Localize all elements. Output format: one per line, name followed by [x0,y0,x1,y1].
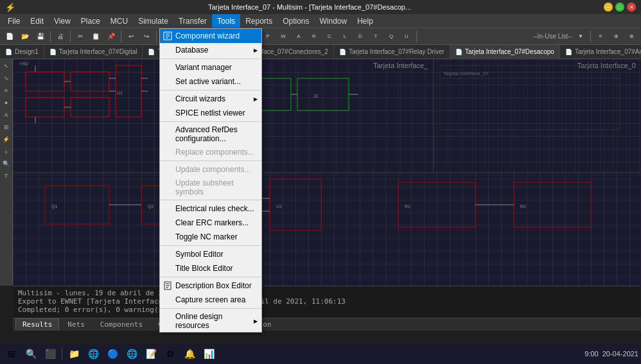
menu-replace-components: Replace components... [160,145,261,159]
menu-capture-screen[interactable]: Capture screen area [160,293,261,307]
wizard-icon [162,31,173,41]
menu-database[interactable]: Database ▶ [160,43,261,57]
menu-advanced-refdes[interactable]: Advanced RefDes configuration... [160,123,261,145]
menu-online-design[interactable]: Online design resources ▶ [160,310,261,332]
separator-3 [160,121,261,122]
menu-update-components: Update components... [160,162,261,177]
menu-symbol-editor[interactable]: Symbol Editor [160,247,261,261]
menu-variant-manager[interactable]: Variant manager [160,60,261,74]
menu-set-active-variant[interactable]: Set active variant... [160,74,261,89]
separator-7 [160,277,261,277]
separator-4 [160,160,261,161]
tools-menu: Component wizard Database ▶ Variant mana… [159,28,262,333]
separator-2 [160,90,261,91]
separator-5 [160,200,261,200]
separator-8 [160,308,261,309]
menu-title-block-editor[interactable]: Title Block Editor [160,261,261,275]
menu-toggle-nc[interactable]: Toggle NC marker [160,230,261,244]
separator-6 [160,245,261,246]
menu-spice-netlist[interactable]: SPICE netlist viewer [160,106,261,120]
menu-update-subsheet: Update subsheet symbols [160,177,261,198]
menu-circuit-wizards[interactable]: Circuit wizards ▶ [160,92,261,106]
desc-icon [162,281,173,291]
submenu-arrow-database: ▶ [254,48,258,53]
menu-description-box-editor[interactable]: Description Box Editor [160,279,261,293]
separator-1 [160,58,261,59]
submenu-arrow-online: ▶ [254,318,258,324]
submenu-arrow-circuit: ▶ [254,96,258,102]
menu-electrical-rules[interactable]: Electrical rules check... [160,202,261,216]
dropdown-overlay[interactable]: Component wizard Database ▶ Variant mana… [0,0,641,364]
menu-clear-erc[interactable]: Clear ERC markers... [160,216,261,230]
menu-component-wizard[interactable]: Component wizard [160,29,261,43]
